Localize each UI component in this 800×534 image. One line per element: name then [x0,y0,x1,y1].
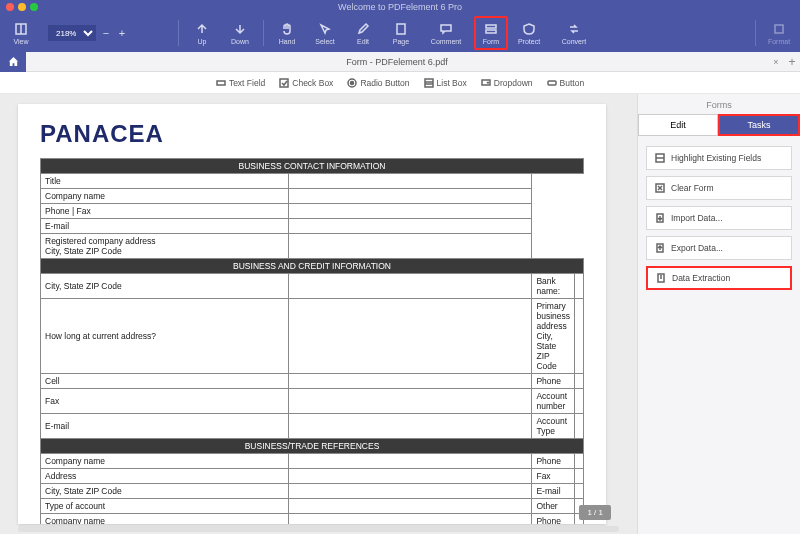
field-value[interactable] [574,274,583,299]
convert-button[interactable]: Convert [550,16,598,50]
window-minimize[interactable] [18,3,26,11]
field-value[interactable] [574,454,583,469]
zoom-in[interactable]: + [116,27,128,39]
sidebar-tab-tasks[interactable]: Tasks [718,114,800,136]
format-button[interactable]: Format [762,16,796,50]
document-area[interactable]: PANACEA BUSINESS CONTACT INFORMATIONTitl… [0,94,637,534]
select-button[interactable]: Select [308,16,342,50]
field-label: Type of account [41,499,289,514]
horizontal-scrollbar[interactable] [18,526,619,532]
field-value[interactable] [574,389,583,414]
protect-button[interactable]: Protect [512,16,546,50]
field-value[interactable] [288,499,532,514]
form-table: BUSINESS CONTACT INFORMATIONTitleCompany… [40,158,584,524]
zoom-select[interactable]: 218% [48,25,96,41]
comment-icon [439,22,453,36]
text-field-tool[interactable]: Text Field [216,78,265,88]
sidebar-item-clear-form[interactable]: Clear Form [646,176,792,200]
tab-add[interactable]: + [784,55,800,69]
field-label: Company name [41,514,289,525]
page-indicator[interactable]: 1 / 1 [579,505,611,520]
comment-button[interactable]: Comment [422,16,470,50]
svg-rect-2 [397,24,405,34]
sidebar-item-label: Clear Form [671,183,714,193]
task-icon [655,213,665,223]
form-button[interactable]: Form [474,16,508,50]
field-value[interactable] [288,219,532,234]
field-value[interactable] [288,234,532,259]
sidebar-tab-edit[interactable]: Edit [638,114,718,136]
field-label: Primary business address City, State ZIP… [532,299,575,374]
field-label: Cell [41,374,289,389]
button-icon [547,78,557,88]
cursor-icon [318,22,332,36]
form-tools-bar: Text Field Check Box Radio Button List B… [0,72,800,94]
field-value[interactable] [288,484,532,499]
field-value[interactable] [574,414,583,439]
edit-button[interactable]: Edit [346,16,380,50]
sidebar-item-highlight-existing-fields[interactable]: Highlight Existing Fields [646,146,792,170]
field-value[interactable] [288,189,532,204]
field-value[interactable] [574,484,583,499]
arrow-down-icon [233,22,247,36]
task-icon [656,273,666,283]
field-value[interactable] [288,454,532,469]
field-label: Phone [532,454,575,469]
up-button[interactable]: Up [185,16,219,50]
field-value[interactable] [574,469,583,484]
field-label: Account Type [532,414,575,439]
separator [263,20,264,46]
field-value[interactable] [574,374,583,389]
page-icon [394,22,408,36]
sidebar-title: Forms [638,94,800,114]
svg-rect-5 [775,25,783,33]
home-button[interactable] [0,52,26,72]
dropdown-tool[interactable]: Dropdown [481,78,533,88]
sidebar-item-label: Data Extraction [672,273,730,283]
field-value[interactable] [288,204,532,219]
window-zoom[interactable] [30,3,38,11]
zoom-out[interactable]: − [100,27,112,39]
format-icon [772,22,786,36]
edit-icon [356,22,370,36]
window-close[interactable] [6,3,14,11]
down-button[interactable]: Down [223,16,257,50]
check-box-tool[interactable]: Check Box [279,78,333,88]
field-value[interactable] [288,514,532,525]
document-tab-bar: Form - PDFelement 6.pdf × + [0,52,800,72]
field-value[interactable] [288,389,532,414]
field-label: Other [532,499,575,514]
sidebar-item-import-data[interactable]: Import Data... [646,206,792,230]
field-label: Company name [41,454,289,469]
field-label: City, State ZIP Code [41,274,289,299]
button-tool[interactable]: Button [547,78,585,88]
document-tab-title[interactable]: Form - PDFelement 6.pdf [26,57,768,67]
field-value[interactable] [288,414,532,439]
hand-button[interactable]: Hand [270,16,304,50]
field-value[interactable] [288,469,532,484]
field-value[interactable] [574,299,583,374]
sidebar-item-label: Highlight Existing Fields [671,153,761,163]
view-button[interactable]: View [4,16,38,50]
section-header: BUSINESS/TRADE REFERENCES [41,439,584,454]
tab-close[interactable]: × [768,57,784,67]
radio-button-tool[interactable]: Radio Button [347,78,409,88]
home-icon [8,56,19,67]
sidebar-item-export-data[interactable]: Export Data... [646,236,792,260]
form-icon [484,22,498,36]
field-label: Bank name: [532,274,575,299]
field-value[interactable] [288,174,532,189]
field-value[interactable] [288,299,532,374]
list-box-tool[interactable]: List Box [424,78,467,88]
field-value[interactable] [288,274,532,299]
field-value[interactable] [288,374,532,389]
view-icon [14,22,28,36]
pdf-page: PANACEA BUSINESS CONTACT INFORMATIONTitl… [18,104,606,524]
page-button[interactable]: Page [384,16,418,50]
titlebar: Welcome to PDFelement 6 Pro [0,0,800,14]
dropdown-icon [481,78,491,88]
app-title: Welcome to PDFelement 6 Pro [338,2,462,12]
main-toolbar: View 218% − + Zoom Up Down Hand Select E… [0,14,800,52]
sidebar-item-data-extraction[interactable]: Data Extraction [646,266,792,290]
field-label: Phone | Fax [41,204,289,219]
